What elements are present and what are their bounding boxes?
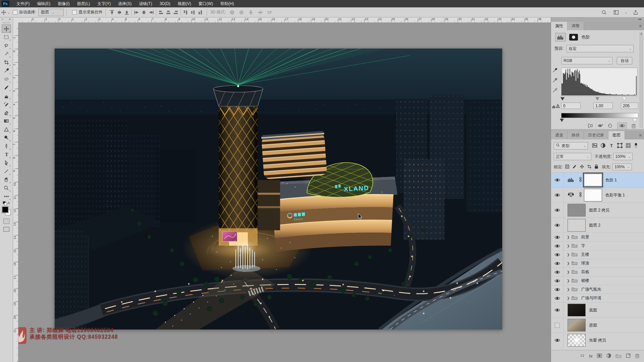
layer-name[interactable]: 广场气氛光 <box>581 287 601 292</box>
history-brush-tool[interactable] <box>2 100 11 108</box>
properties-tab-1[interactable]: 调整 <box>568 22 584 30</box>
crop-tool[interactable] <box>2 58 11 66</box>
white-point-dropper-icon[interactable] <box>552 88 557 94</box>
layer-visibility-eye-icon[interactable] <box>551 242 564 250</box>
layer-visibility-eye-icon[interactable] <box>551 188 564 202</box>
ruler-corner[interactable] <box>13 17 18 23</box>
layer-row-5[interactable]: ❯字 <box>551 242 644 250</box>
layer-visibility-eye-icon[interactable] <box>551 303 564 317</box>
layer-visibility-eye-icon[interactable] <box>551 173 564 187</box>
layer-thumbnail[interactable] <box>568 319 586 331</box>
clone-stamp-tool[interactable] <box>2 92 11 100</box>
workspace-switcher-icon[interactable] <box>612 9 620 16</box>
filter-type-icon[interactable]: T <box>609 143 614 149</box>
layer-name[interactable]: 主楼 <box>581 252 589 257</box>
group-expand-chevron-icon[interactable]: ❯ <box>567 296 570 300</box>
layer-mask-thumbnail[interactable] <box>584 189 602 201</box>
layer-thumbnail[interactable] <box>568 219 586 232</box>
horizontal-ruler[interactable]: 2101234567891011121314151617181920212223… <box>18 17 551 23</box>
group-expand-chevron-icon[interactable]: ❯ <box>567 270 570 274</box>
layer-name[interactable]: 色彩平衡 1 <box>605 192 625 198</box>
layer-name[interactable]: 图层 2 拷贝 <box>589 207 609 213</box>
vertical-ruler[interactable]: 10123456789101112131415161718192021 <box>13 22 18 362</box>
layer-visibility-eye-icon[interactable] <box>551 259 564 267</box>
eyedropper-tool[interactable] <box>2 66 11 75</box>
new-layer-icon[interactable] <box>626 353 631 359</box>
share-icon[interactable] <box>632 9 639 16</box>
layer-row-6[interactable]: ❯主楼 <box>551 250 644 259</box>
layer-visibility-eye-icon[interactable] <box>551 250 564 259</box>
type-tool[interactable]: T <box>2 150 11 159</box>
search-icon[interactable] <box>600 9 608 16</box>
group-expand-chevron-icon[interactable]: ❯ <box>567 261 570 265</box>
rect-marquee-tool[interactable] <box>2 33 11 41</box>
3d-drag-icon[interactable] <box>247 9 255 16</box>
toolbar-close-icon[interactable]: ✕ <box>8 18 11 21</box>
layer-row-8[interactable]: ❯后栋 <box>551 268 644 277</box>
properties-tab-0[interactable]: 属性 <box>551 22 568 30</box>
menu-item-3[interactable]: 图层(L) <box>73 0 94 7</box>
layers-tab-2[interactable]: 历史记录 <box>584 131 608 139</box>
align-bottom-icon[interactable] <box>123 9 130 16</box>
move-tool-preset-icon[interactable] <box>0 9 7 16</box>
layers-tab-3[interactable]: 图层 <box>608 131 625 139</box>
layer-row-2[interactable]: 图层 2 拷贝 <box>551 203 644 218</box>
input-gamma-slider[interactable] <box>595 97 599 101</box>
layer-name[interactable]: 前景 <box>581 234 589 240</box>
delete-layer-icon[interactable] <box>635 353 640 359</box>
fill-dropdown[interactable]: 100%⌄ <box>612 164 632 170</box>
input-gamma-field[interactable]: 1.00 <box>593 103 613 109</box>
hand-tool[interactable] <box>2 175 11 184</box>
input-black-field[interactable]: 0 <box>561 103 581 109</box>
layer-row-13[interactable]: 原图 <box>551 318 644 333</box>
view-previous-state-icon[interactable] <box>598 123 603 129</box>
properties-panel-menu-icon[interactable]: ≡ <box>639 23 642 28</box>
align-right-icon[interactable] <box>148 9 155 16</box>
layer-name[interactable]: 后栋 <box>581 269 589 275</box>
new-group-icon[interactable] <box>615 354 622 359</box>
toggle-visibility-icon[interactable] <box>617 122 627 130</box>
layer-visibility-eye-icon[interactable] <box>551 333 564 348</box>
group-expand-chevron-icon[interactable]: ❯ <box>567 244 570 248</box>
align-vcenter-icon[interactable] <box>116 9 123 16</box>
filter-smart-object-icon[interactable] <box>626 143 631 149</box>
dist-top-icon[interactable] <box>157 9 165 16</box>
properties-scrollbar[interactable] <box>640 32 643 127</box>
blend-mode-dropdown[interactable]: 正常⌄ <box>554 153 591 160</box>
auto-button[interactable]: 自动 <box>617 57 632 64</box>
new-adjustment-icon[interactable] <box>606 353 611 359</box>
dist-vcenter-icon[interactable] <box>165 9 172 16</box>
output-white-slider[interactable] <box>633 119 637 122</box>
foreground-color-swatch[interactable] <box>2 206 8 213</box>
line-shape-tool[interactable] <box>2 167 11 175</box>
layer-name[interactable]: 底图 <box>589 307 597 313</box>
layer-visibility-eye-icon[interactable] <box>551 233 564 241</box>
layer-visibility-off[interactable] <box>551 318 564 333</box>
lock-transparency-icon[interactable] <box>565 164 570 170</box>
layers-tab-0[interactable]: 通道 <box>551 131 568 139</box>
align-hcenter-icon[interactable] <box>140 9 148 16</box>
layer-name[interactable]: 色阶 1 <box>605 177 617 183</box>
layer-row-9[interactable]: ❯裙楼 <box>551 277 644 285</box>
histogram-refresh-alert-icon[interactable] <box>552 103 560 110</box>
layer-row-3[interactable]: 图层 2 <box>551 218 644 233</box>
menu-item-4[interactable]: 文字(Y) <box>94 0 114 7</box>
layer-thumbnail[interactable] <box>568 204 586 217</box>
screen-mode-button[interactable] <box>3 227 9 232</box>
move-tool[interactable] <box>2 24 11 33</box>
menu-item-7[interactable]: 3D(D) <box>156 0 174 7</box>
dist-bottom-icon[interactable] <box>172 9 179 16</box>
levels-histogram-button[interactable] <box>555 33 566 42</box>
layer-name[interactable]: 原图 <box>589 322 597 328</box>
menu-item-5[interactable]: 选择(S) <box>114 0 135 7</box>
gray-point-dropper-icon[interactable] <box>552 78 557 84</box>
delete-adjustment-icon[interactable] <box>631 123 636 129</box>
menu-item-6[interactable]: 滤镜(T) <box>135 0 156 7</box>
workspace-chevron-icon[interactable]: ⌄ <box>625 11 627 14</box>
layer-name[interactable]: 裙楼 <box>581 278 589 284</box>
path-select-tool[interactable] <box>2 159 11 167</box>
input-white-slider[interactable] <box>622 97 626 101</box>
spot-heal-tool[interactable] <box>2 75 11 83</box>
align-top-icon[interactable] <box>108 9 116 16</box>
show-transform-checkbox[interactable] <box>72 10 77 15</box>
